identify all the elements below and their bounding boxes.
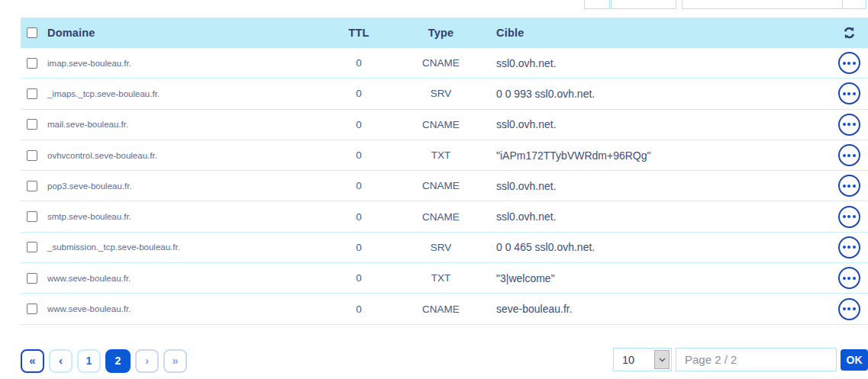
pagination-first-button[interactable]: « [21,349,44,373]
cell-ttl: 0 [328,304,389,315]
row-checkbox[interactable] [27,211,37,222]
cell-target: ssl0.ovh.net. [492,118,830,130]
row-checkbox[interactable] [27,304,37,314]
cell-target: "iAPm172TTybVWRdm+96RQg" [492,149,830,162]
ellipsis-dot [847,92,850,95]
cell-ttl: 0 [328,211,389,223]
column-header-type[interactable]: Type [389,27,492,39]
cell-type: CNAME [389,119,492,130]
cell-domain: ovhvcontrol.seve-bouleau.fr. [47,151,328,160]
ellipsis-dot [847,123,850,126]
row-actions-menu-button[interactable] [838,206,860,228]
cell-target: 0 0 465 ssl0.ovh.net. [492,241,830,253]
ellipsis-dot [843,277,846,280]
toolbar-input-medium[interactable] [611,0,676,9]
cell-target: ssl0.ovh.net. [492,210,830,223]
toolbar-select[interactable] [842,0,866,9]
select-all-checkbox[interactable] [27,27,37,38]
column-header-cible[interactable]: Cible [492,27,830,39]
ellipsis-dot [853,307,856,310]
row-actions-menu-button[interactable] [838,267,860,289]
row-checkbox[interactable] [27,181,37,191]
row-checkbox[interactable] [27,242,37,252]
column-header-ttl[interactable]: TTL [328,27,389,39]
table-row: _imaps._tcp.seve-bouleau.fr. 0 SRV 0 0 9… [21,79,868,109]
row-actions-menu-button[interactable] [838,236,860,259]
ellipsis-dot [853,277,856,280]
pagination-prev-button[interactable]: ‹ [49,349,73,373]
row-actions-menu-button[interactable] [838,298,860,320]
ellipsis-dot [843,246,846,249]
toolbar-input-small[interactable] [584,0,610,9]
cell-type: TXT [389,272,492,284]
pagination: « ‹ 1 2 › » [21,349,187,373]
page-indicator-input[interactable] [676,348,837,371]
table-body: imap.seve-bouleau.fr. 0 CNAME ssl0.ovh.n… [21,48,868,325]
table-row: ovhvcontrol.seve-bouleau.fr. 0 TXT "iAPm… [21,140,868,171]
ellipsis-dot [853,123,856,126]
ellipsis-dot [847,307,850,310]
ellipsis-dot [843,123,846,126]
table-row: mail.seve-bouleau.fr. 0 CNAME ssl0.ovh.n… [21,110,868,140]
table-header-row: Domaine TTL Type Cible [21,18,868,48]
ellipsis-dot [847,185,850,188]
cell-domain: www.seve-bouleau.fr. [47,304,328,313]
table-row: _submission._tcp.seve-bouleau.fr. 0 SRV … [21,233,868,263]
cell-ttl: 0 [328,242,389,253]
pagination-page-1-button[interactable]: 1 [77,349,101,373]
ellipsis-dot [853,62,856,65]
row-actions-menu-button[interactable] [838,52,860,74]
cell-ttl: 0 [328,88,389,99]
cell-domain: _imaps._tcp.seve-bouleau.fr. [47,89,328,98]
ellipsis-dot [843,62,846,65]
row-checkbox[interactable] [27,58,37,69]
column-header-domaine[interactable]: Domaine [47,27,328,39]
row-actions-menu-button[interactable] [838,144,860,166]
table-row: imap.seve-bouleau.fr. 0 CNAME ssl0.ovh.n… [21,48,868,79]
ellipsis-dot [843,215,846,218]
ellipsis-dot [847,277,850,280]
ellipsis-dot [847,154,850,157]
ellipsis-dot [843,307,846,310]
table-row: www.seve-bouleau.fr. 0 TXT "3|welcome" [21,263,868,294]
cell-ttl: 0 [328,57,389,69]
ok-button[interactable]: OK [841,349,868,371]
cell-domain: pop3.seve-bouleau.fr. [47,181,328,191]
page-size-value: 10 [614,354,654,366]
table-row: www.seve-bouleau.fr. 0 CNAME seve-boulea… [21,294,868,324]
ellipsis-dot [853,185,856,188]
row-checkbox[interactable] [27,273,37,284]
row-checkbox[interactable] [27,119,37,130]
row-actions-menu-button[interactable] [838,82,860,104]
cell-target: seve-bouleau.fr. [492,303,830,315]
cell-domain: _submission._tcp.seve-bouleau.fr. [47,242,328,252]
row-actions-menu-button[interactable] [838,114,860,136]
cell-type: CNAME [389,57,492,69]
refresh-button[interactable] [843,27,856,39]
cell-type: SRV [389,88,492,99]
ellipsis-dot [843,92,846,95]
row-checkbox[interactable] [27,88,37,99]
pagination-next-button[interactable]: › [135,349,159,373]
row-checkbox[interactable] [27,150,37,161]
toolbar-search-input[interactable] [682,0,843,9]
cell-domain: smtp.seve-bouleau.fr. [47,212,328,221]
row-actions-menu-button[interactable] [838,175,860,197]
cell-ttl: 0 [328,272,389,284]
ellipsis-dot [847,246,850,249]
ellipsis-dot [843,185,846,188]
pagination-page-2-button[interactable]: 2 [105,349,131,373]
cell-target: 0 0 993 ssl0.ovh.net. [492,88,830,100]
cell-domain: imap.seve-bouleau.fr. [47,59,328,68]
cell-domain: mail.seve-bouleau.fr. [47,120,328,129]
table-row: pop3.seve-bouleau.fr. 0 CNAME ssl0.ovh.n… [21,171,868,201]
cell-type: CNAME [389,304,492,315]
ellipsis-dot [853,246,856,249]
ellipsis-dot [853,215,856,218]
refresh-icon [843,27,856,39]
ellipsis-dot [843,154,846,157]
cell-type: TXT [389,149,492,161]
pagination-last-button[interactable]: » [163,349,187,373]
chevron-down-icon [654,350,670,369]
page-size-select[interactable]: 10 [613,348,672,371]
